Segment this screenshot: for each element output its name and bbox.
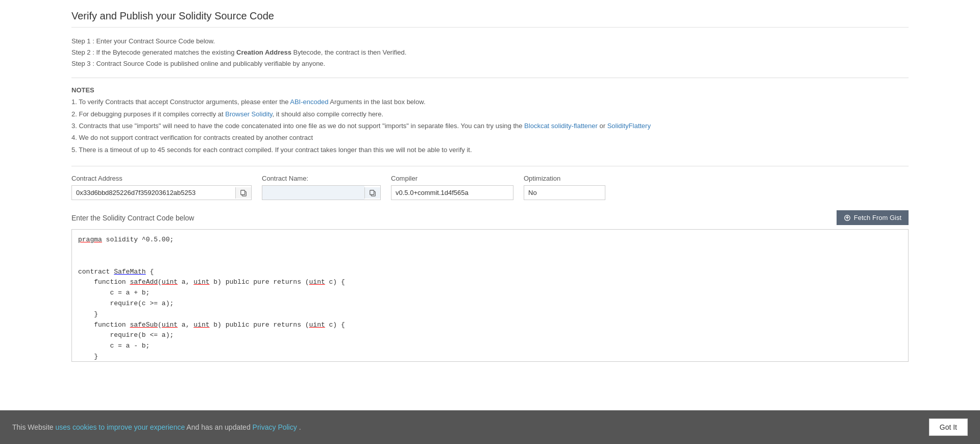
form-fields-row: Contract Address Contract Name: [71,175,909,200]
note-2: 2. For debugging purposes if it compiles… [71,108,909,120]
contract-address-input-wrapper [71,185,252,200]
pragma-keyword: pragma [78,236,102,243]
note-1: 1. To verify Contracts that accept Const… [71,96,909,108]
safesub-fn: safeSub [130,321,158,329]
solidityflattery-link[interactable]: SolidityFlattery [607,122,651,130]
page-title: Verify and Publish your Solidity Source … [71,10,909,28]
notes-label: NOTES [71,86,909,94]
divider [71,78,909,78]
notes-section: NOTES 1. To verify Contracts that accept… [71,86,909,156]
optimization-input[interactable] [524,185,605,200]
contract-address-group: Contract Address [71,175,252,200]
contract-name-group: Contract Name: [262,175,381,200]
step-1: Step 1 : Enter your Contract Source Code… [71,36,909,47]
svg-rect-1 [241,190,245,194]
divider-2 [71,166,909,166]
contract-name-input-wrapper [262,185,381,200]
optimization-label: Optimization [524,175,605,182]
steps-section: Step 1 : Enter your Contract Source Code… [71,36,909,69]
compiler-label: Compiler [391,175,513,182]
abi-encoded-link[interactable]: ABI-encoded [290,98,328,106]
note-4: 4. We do not support contract verificati… [71,132,909,143]
fetch-btn-label: Fetch From Gist [854,214,901,221]
contract-name-label: Contract Name: [262,175,381,182]
notes-list: 1. To verify Contracts that accept Const… [71,96,909,156]
step-2: Step 2 : If the Bytecode generated match… [71,47,909,58]
note-3: 3. Contracts that use "imports" will nee… [71,120,909,132]
code-section-header: Enter the Solidity Contract Code below F… [71,210,909,225]
blockcat-link[interactable]: Blockcat solidity-flattener [524,122,598,130]
step-3: Step 3 : Contract Source Code is publish… [71,58,909,69]
code-editor[interactable]: pragma solidity ^0.5.00; contract SafeMa… [71,229,909,362]
copy-address-icon[interactable] [235,187,251,199]
gist-icon [844,214,851,221]
compiler-group: Compiler [391,175,513,200]
contract-name-input[interactable] [262,186,364,200]
fetch-from-gist-button[interactable]: Fetch From Gist [837,210,909,225]
safemath-ref: SafeMath [114,268,145,276]
svg-rect-3 [370,190,374,194]
compiler-input[interactable] [391,185,513,200]
browser-solidity-link[interactable]: Browser Solidity [225,110,272,118]
note-5: 5. There is a timeout of up to 45 second… [71,144,909,156]
copy-name-icon[interactable] [364,187,380,199]
contract-address-input[interactable] [72,186,235,200]
safeadd-fn: safeAdd [130,278,158,286]
optimization-group: Optimization [524,175,605,200]
contract-address-label: Contract Address [71,175,252,182]
code-section-label: Enter the Solidity Contract Code below [71,214,194,222]
